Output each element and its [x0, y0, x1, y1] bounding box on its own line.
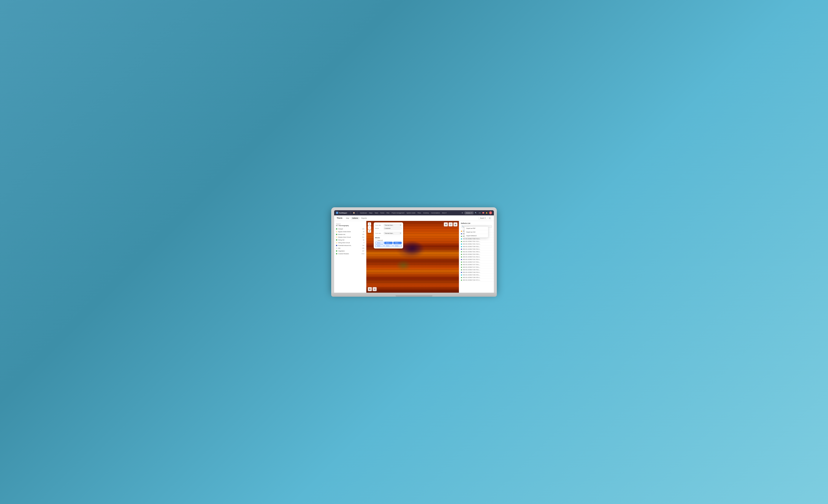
sub-header-tabs: Map Defects Reports [345, 217, 479, 220]
defect-item-string-short[interactable]: String Short Circuit 8 [334, 241, 366, 244]
bell-icon[interactable]: 🔔 [485, 212, 488, 214]
tab-defects[interactable]: Defects [351, 217, 360, 220]
list-item[interactable]: B02-I01-SCB02-T201-Y05-U... [459, 251, 494, 253]
list-item[interactable]: B02-I01-SCB03-T148-Y03-U... [459, 271, 494, 274]
sidebar-project: Horizon 07. Thermography [334, 222, 366, 227]
nav-item-conversations[interactable]: Conversations [430, 212, 441, 214]
sidebar-project-label: Horizon [336, 223, 364, 225]
map-settings-tool[interactable]: ⚙ [444, 222, 448, 226]
lang-label[interactable]: EN [478, 212, 481, 214]
list-item[interactable]: B02-I01-SCB03-T147-Y04-L... [459, 266, 494, 268]
nav-item-plans[interactable]: Plans [417, 212, 421, 214]
defect-item-vegetation[interactable]: Vegetation 257 [334, 250, 366, 252]
list-item[interactable]: B02-I01-SCB03-T164-Y07-U... [459, 279, 494, 282]
defect-name-string-hot: String Hot [338, 239, 362, 241]
defect-item-string-hot[interactable]: String Hot 86 [334, 239, 366, 241]
list-dot [461, 267, 462, 268]
defect-item-bypass[interactable]: Bypass Diode Active 46 [334, 230, 366, 233]
export-defects-option[interactable]: Export Defects ℹ [465, 234, 488, 238]
tab-reports[interactable]: Reports [360, 217, 368, 220]
dropdown-chevron-icon: ▾ [471, 212, 472, 214]
nav-item-tasks[interactable]: Tasks [374, 212, 379, 214]
notif-badge[interactable]: 10 [482, 212, 484, 214]
screen-bezel: T TaskMapper 🏠 Dashboard Maps Tasks Form… [331, 207, 497, 293]
home-icon[interactable]: 🏠 [353, 212, 355, 214]
block-chip-3[interactable]: Block-... [375, 245, 384, 247]
main-layout: Horizon 07. Thermography Hotspot 283 Byp… [334, 221, 494, 293]
map-filter-tool[interactable]: ▽ [449, 222, 453, 226]
defect-item-module-short[interactable]: Module Short Circuit 391 [334, 236, 366, 239]
block-chip-0[interactable]: Block-... [375, 242, 384, 244]
nav-item-files[interactable]: Files [386, 212, 390, 214]
list-item-name: B02-I01-SCB02-T216-Y09-L... [463, 254, 480, 255]
block-chip-4[interactable]: Block-... [384, 245, 392, 247]
export-csv-option[interactable]: Export as CSV [465, 230, 488, 234]
defect-count-pid: 796 [362, 245, 364, 246]
blocks-value-display[interactable]: 3 selected [384, 227, 402, 229]
defect-item-module-hot[interactable]: Module Hot 295 [334, 233, 366, 236]
list-item[interactable]: B02-I01-SCB01-T230-Y13-U... [459, 238, 494, 240]
map-layers-button[interactable]: ⊞ [368, 287, 372, 291]
list-item[interactable]: B02-I01-SCB01-T231-Y12-U... [459, 243, 494, 245]
map-refresh-button[interactable]: ↺ [368, 229, 371, 233]
list-item[interactable]: B02-I01-SCB03-T158-Y05-U... [459, 276, 494, 279]
list-item[interactable]: B02-I01-SCB02-T200-Y04-U... [459, 248, 494, 251]
nav-item-inventory[interactable]: Inventory [423, 212, 429, 214]
horizon-dropdown[interactable]: Horizon ▾ [465, 212, 473, 214]
scan-date-dropdown[interactable]: Thermal-Scan... ▾ [384, 224, 402, 226]
zoom-controls: + − ↺ [368, 222, 371, 233]
export-pdf-option[interactable]: Export as PDF [465, 226, 488, 230]
tab-map[interactable]: Map [345, 217, 351, 220]
export-button[interactable]: Export ▾ [479, 216, 487, 220]
list-item[interactable]: B02-I01-SCB03-T141-Y02-U... [459, 258, 494, 261]
gear-icon[interactable]: ⚙ [461, 212, 463, 214]
filter-row-blocks: Blocks 3 selected [375, 227, 402, 229]
laptop-base [331, 293, 497, 297]
list-dot [461, 261, 462, 263]
list-dot [461, 238, 462, 240]
nav-item-dashboard[interactable]: Dashboard [360, 212, 367, 214]
scan-date-dropdown2[interactable]: Thermal-Scan... ▾ [384, 232, 402, 235]
list-item[interactable]: B02-I01-SCB03-T147-Y04-L... [459, 261, 494, 263]
list-item[interactable]: B02-I01-SCB03-T148-Y03-L... [459, 268, 494, 271]
select-all-row: Select all [375, 240, 402, 241]
map-location-button[interactable]: ◎ [373, 287, 377, 291]
nav-item-project-mgmt[interactable]: Project management [391, 212, 405, 214]
defect-item-pid[interactable]: Potential-induced de... 796 [334, 244, 366, 247]
horizon-label: Horizon [466, 212, 471, 214]
scan-date-chevron2-icon: ▾ [400, 233, 401, 234]
zoom-in-button[interactable]: + [368, 222, 371, 226]
block-chip-5[interactable]: Block-... [393, 245, 402, 247]
block-chip-1[interactable]: Block-... [384, 242, 392, 244]
list-item-name: B02-I01-SCB03-T147-Y04-L... [463, 266, 480, 268]
list-dot [461, 246, 462, 247]
map-grid-tool[interactable]: ⊞ [453, 222, 457, 226]
avatar[interactable]: J [489, 211, 492, 214]
list-item[interactable]: B02-I01-SCB01-T231-Y12-L... [459, 240, 494, 243]
defect-name-pid: Potential-induced de... [338, 245, 361, 246]
defect-count-string-short: 8 [364, 242, 364, 243]
defect-count-module-short: 391 [362, 237, 364, 238]
list-dot [461, 269, 462, 270]
select-all-checkbox[interactable] [375, 240, 377, 241]
zoom-out-button[interactable]: − [368, 226, 371, 229]
nav-item-more[interactable]: More ▾ [442, 212, 447, 214]
list-item-name: B02-I01-SCB01-T230-Y13-U... [463, 238, 481, 240]
search-nav-icon[interactable]: 🔍 [474, 212, 477, 214]
list-item[interactable]: B02-I01-SCB03-T141-Y02-U... [459, 256, 494, 258]
nav-item-system-model[interactable]: System model [406, 212, 416, 214]
list-item[interactable]: B02-I01-SCB02-T216-Y09-L... [459, 253, 494, 256]
nav-item-maps[interactable]: Maps [369, 212, 373, 214]
list-item[interactable]: B02-I01-SCB03-T147-Y04-L... [459, 263, 494, 266]
list-item[interactable]: B02-I01-SCB03-T158-Y05-L... [459, 274, 494, 276]
page-settings-icon[interactable]: ⚙ [488, 217, 491, 220]
defect-item-hotspot[interactable]: Hotspot 283 [334, 227, 366, 230]
nav-item-forms[interactable]: Forms [380, 212, 385, 214]
list-item[interactable]: B02-I01-SCB02-T195-Y03-L... [459, 245, 494, 248]
defect-item-dirt[interactable]: Dirt 255 [334, 247, 366, 250]
map-area[interactable]: Scan date Thermal-Scan... ▾ Blocks 3 sel… [366, 221, 459, 293]
nav-items: Dashboard Maps Tasks Forms Files Project… [360, 212, 459, 214]
sidebar: Horizon 07. Thermography Hotspot 283 Byp… [334, 221, 366, 293]
block-chip-2[interactable]: Block-... [393, 242, 402, 244]
defect-item-cracked[interactable]: Cracked Modules 1519 [334, 252, 366, 255]
